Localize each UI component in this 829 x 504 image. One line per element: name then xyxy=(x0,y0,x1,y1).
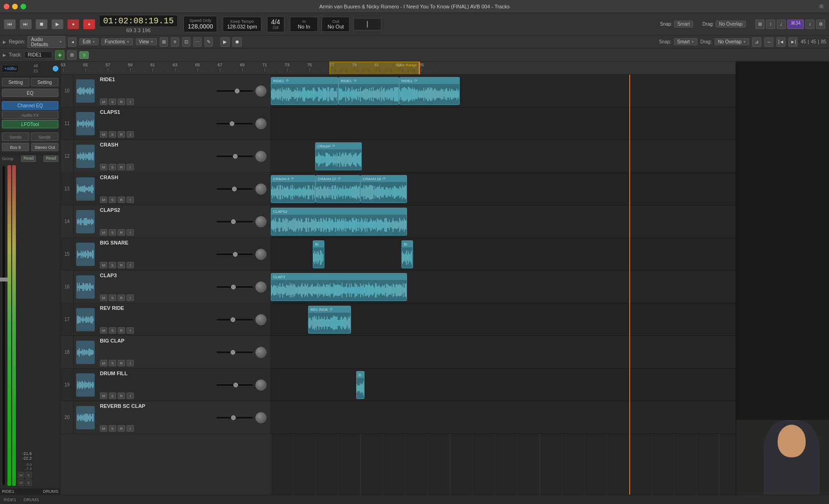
audio-fx-btn[interactable]: Audio FX xyxy=(2,111,58,119)
track-ctrl-i-16[interactable]: I xyxy=(126,294,134,301)
clip-10-2[interactable]: RIDE1 ⟳ xyxy=(399,77,460,105)
track-ctrl-r-17[interactable]: R xyxy=(118,327,125,334)
list-btn[interactable]: ≡ xyxy=(171,37,179,47)
clip-10-0[interactable]: RIDE1 ⟳ xyxy=(271,77,338,105)
record2-button[interactable]: ● xyxy=(83,19,95,29)
track-ctrl-i-12[interactable]: I xyxy=(126,164,134,170)
track-fader-11[interactable] xyxy=(216,122,253,125)
track-name-field[interactable]: RIDE1 xyxy=(24,51,52,58)
grid-btn[interactable]: ⊞ xyxy=(160,37,168,47)
track-fader-thumb-19[interactable] xyxy=(233,383,238,387)
track-ctrl-s-10[interactable]: S xyxy=(109,98,116,105)
track-ctrl-s-12[interactable]: S xyxy=(109,164,116,170)
track-vol-knob-16[interactable] xyxy=(255,281,267,293)
record-cursor-btn[interactable]: ⏺ xyxy=(232,37,242,47)
track-ctrl-m-17[interactable]: M xyxy=(100,327,107,334)
solo-bottom-btn2[interactable]: S xyxy=(25,479,32,486)
zoom-in-btn[interactable]: ↔ xyxy=(764,37,773,47)
play-cursor-btn[interactable]: ▶ xyxy=(220,37,230,47)
track-ctrl-s-11[interactable]: S xyxy=(109,131,116,138)
snap-value[interactable]: Smart xyxy=(674,21,693,28)
track-ctrl-m-12[interactable]: M xyxy=(100,164,107,170)
track-ctrl-s-19[interactable]: S xyxy=(109,392,116,399)
track-vol-knob-10[interactable] xyxy=(255,85,267,97)
clip-16-0[interactable]: CLAP3 xyxy=(271,273,407,301)
functions-dropdown[interactable]: Functions ▼ xyxy=(101,38,133,45)
region-dropdown[interactable]: Audio Defaults ▼ xyxy=(28,36,65,48)
merge-btn[interactable]: ⊞ xyxy=(755,20,765,29)
track-ctrl-m-14[interactable]: M xyxy=(100,229,107,236)
track-ctrl-s-17[interactable]: S xyxy=(109,327,116,334)
add-track-button[interactable]: + xyxy=(55,50,64,60)
record-button[interactable]: ● xyxy=(67,19,79,29)
mute-bottom-btn2[interactable]: M xyxy=(18,479,24,486)
align-btn[interactable]: ⊿ xyxy=(752,37,761,47)
track-ctrl-s-16[interactable]: S xyxy=(109,294,116,301)
clip-15-0[interactable]: Bi xyxy=(313,240,324,268)
track-ctrl-s-14[interactable]: S xyxy=(109,229,116,236)
clip-19-0[interactable]: D xyxy=(356,371,365,399)
solo-s-btn[interactable]: S xyxy=(79,51,89,59)
track-fader-thumb-20[interactable] xyxy=(231,415,236,420)
headphone-btn[interactable]: ♪ xyxy=(805,20,815,29)
snap-dropdown[interactable]: Smart ▼ xyxy=(674,38,698,45)
drag-dropdown[interactable]: No Overlap ▼ xyxy=(715,38,750,45)
close-button[interactable] xyxy=(4,4,9,9)
track-ctrl-i-17[interactable]: I xyxy=(126,327,134,334)
mute-bottom-btn[interactable]: M xyxy=(18,472,24,478)
fast-forward-button[interactable]: ⏭ xyxy=(20,19,32,29)
sends2-btn[interactable]: Sends xyxy=(31,133,58,141)
minimize-button[interactable] xyxy=(12,4,18,9)
track-ctrl-m-18[interactable]: M xyxy=(100,360,107,366)
track-ctrl-r-18[interactable]: R xyxy=(118,360,125,366)
track-vol-knob-11[interactable] xyxy=(255,118,267,129)
midi-btn[interactable]: ♩ xyxy=(777,20,786,29)
clip-13-2[interactable]: CRASH.18 ⟳ xyxy=(360,175,407,203)
track-fader-20[interactable] xyxy=(216,416,253,419)
track-ctrl-m-16[interactable]: M xyxy=(100,294,107,301)
track-ctrl-m-13[interactable]: M xyxy=(100,196,107,203)
rewind-button[interactable]: ⏮ xyxy=(4,19,16,29)
track-ctrl-r-15[interactable]: R xyxy=(118,262,125,268)
clip-10-1[interactable]: RIDE1 ⟳ xyxy=(338,77,399,105)
track-ctrl-r-19[interactable]: R xyxy=(118,392,125,399)
track-ctrl-s-13[interactable]: S xyxy=(109,196,116,203)
track-ctrl-r-14[interactable]: R xyxy=(118,229,125,236)
track-ctrl-r-10[interactable]: R xyxy=(118,98,125,105)
track-ctrl-r-11[interactable]: R xyxy=(118,131,125,138)
track-ctrl-i-20[interactable]: I xyxy=(126,425,134,432)
track-fader-18[interactable] xyxy=(216,351,253,354)
track-ctrl-i-13[interactable]: I xyxy=(126,196,134,203)
track-ctrl-m-20[interactable]: M xyxy=(100,425,107,432)
track-ctrl-r-13[interactable]: R xyxy=(118,196,125,203)
fader-track[interactable] xyxy=(2,165,6,486)
track-ctrl-i-18[interactable]: I xyxy=(126,360,134,366)
setting2-btn[interactable]: Setting xyxy=(31,78,58,86)
clip-13-1[interactable]: CRASH.12 ⟳ xyxy=(316,175,360,203)
setting1-btn[interactable]: Setting xyxy=(2,78,29,86)
solo-bottom-btn[interactable]: S xyxy=(25,472,32,478)
gain-knob[interactable] xyxy=(53,66,58,71)
channel-eq-btn[interactable]: Channel EQ xyxy=(2,101,58,110)
track-vol-knob-18[interactable] xyxy=(255,347,267,358)
view-dropdown[interactable]: View ▼ xyxy=(136,38,157,45)
play-button[interactable]: ▶ xyxy=(51,19,63,29)
track-ctrl-i-15[interactable]: I xyxy=(126,262,134,268)
zoom-button[interactable] xyxy=(21,4,26,9)
track-ctrl-m-10[interactable]: M xyxy=(100,98,107,105)
track-fader-thumb-17[interactable] xyxy=(231,317,235,322)
track-fader-thumb-15[interactable] xyxy=(233,252,238,257)
track-fader-19[interactable] xyxy=(216,384,253,386)
track-ctrl-s-15[interactable]: S xyxy=(109,262,116,268)
track-ctrl-m-11[interactable]: M xyxy=(100,131,107,138)
track-ctrl-r-12[interactable]: R xyxy=(118,164,125,170)
track-fader-thumb-16[interactable] xyxy=(231,285,236,289)
clip-17-0[interactable]: REV RIDE ⟳ xyxy=(308,306,351,334)
more-btn[interactable]: ⋯ xyxy=(193,37,202,47)
track-vol-knob-13[interactable] xyxy=(255,183,267,195)
region-left-icon[interactable]: ◂ xyxy=(68,37,77,47)
track-ctrl-i-10[interactable]: I xyxy=(126,98,134,105)
bus-out-btn[interactable]: Bus 8 xyxy=(2,143,29,151)
track-vol-knob-20[interactable] xyxy=(255,412,267,423)
eq-btn[interactable]: EQ xyxy=(2,89,58,97)
